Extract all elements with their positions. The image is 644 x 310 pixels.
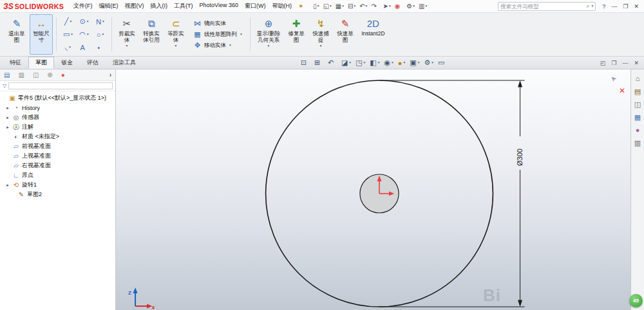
apply-scene-icon[interactable]: ▣ ▾ xyxy=(410,59,419,67)
redo-icon[interactable]: ↷ ▾ xyxy=(370,3,380,10)
undo-icon[interactable]: ↶ ▾ xyxy=(358,3,368,10)
spline-tool-icon[interactable]: N ▾ xyxy=(92,15,108,28)
display-delete-relations-button[interactable]: ⊕ 显示/删除 几何关系 ▾ xyxy=(254,14,283,55)
tree-item[interactable]: ▸ ✎ 草图2 xyxy=(0,190,115,199)
file-explorer-icon[interactable]: ◫ xyxy=(634,101,641,108)
dropdown-arrow-icon[interactable]: ▾ xyxy=(126,44,128,48)
featuremanager-tab-icon[interactable]: ▤ xyxy=(4,71,10,78)
pane-split-icon[interactable]: ◰ xyxy=(600,60,606,66)
resources-home-icon[interactable]: ⌂ xyxy=(636,75,640,82)
mirror-entities-button[interactable]: ⋈ 镜向实体 ▾ xyxy=(191,19,244,28)
display-style-icon[interactable]: ◧ ▾ xyxy=(370,59,379,67)
view-orientation-icon[interactable]: ◳ ▾ xyxy=(355,59,365,67)
exit-sketch-button[interactable]: ✎ 退出草 图 ▾ xyxy=(5,14,28,55)
pin-icon[interactable]: ✶ xyxy=(298,3,303,10)
displaymanager-tab-icon[interactable]: ● xyxy=(61,71,65,78)
graphics-area[interactable]: Ø300 Z X ➤ ✕ Bi xyxy=(116,69,630,310)
dropdown-arrow-icon[interactable]: ▾ xyxy=(240,33,242,37)
expand-arrow-icon[interactable]: ▸ xyxy=(5,183,10,188)
dropdown-arrow-icon[interactable]: ▾ xyxy=(320,44,322,48)
rectangle-tool-icon[interactable]: ▭ ▾ xyxy=(60,28,76,41)
commandmanager-tab[interactable]: 渲染工具 xyxy=(106,57,143,69)
line-tool-icon[interactable]: ╱ ▾ xyxy=(60,15,76,28)
move-entities-button[interactable]: ✥ 移动实体 ▾ xyxy=(191,41,244,50)
record-indicator-icon[interactable]: ◉ ▾ xyxy=(393,3,404,10)
floating-badge[interactable]: 45 xyxy=(629,294,643,307)
dropdown-arrow-icon[interactable]: ▾ xyxy=(268,44,270,48)
rapid-sketch-button[interactable]: ✎ 快速草 图 ▾ xyxy=(334,14,357,55)
search-input[interactable] xyxy=(500,3,585,10)
save-icon[interactable]: ▦ ▾ xyxy=(334,3,345,10)
panel-expand-chevron-icon[interactable]: › xyxy=(109,71,111,78)
ellipse-tool-icon[interactable]: ○ ▾ xyxy=(92,28,108,41)
pane-close-icon[interactable]: ✕ xyxy=(634,60,639,66)
dropdown-arrow-icon[interactable]: ▾ xyxy=(175,44,177,48)
help-icon[interactable]: ? xyxy=(602,3,605,10)
monitor-icon[interactable]: ▭ ▾ xyxy=(438,59,448,67)
view-palette-icon[interactable]: ▦ xyxy=(634,114,641,121)
commandmanager-tab[interactable]: 钣金 xyxy=(54,57,80,69)
quick-snaps-button[interactable]: ↯ 快速捕 捉 ▾ xyxy=(309,14,332,55)
dimxpert-tab-icon[interactable]: ⊕ xyxy=(47,71,52,78)
dimension-text[interactable]: Ø300 xyxy=(516,149,524,166)
confirmation-corner-cancel-icon[interactable]: ✕ xyxy=(619,86,625,95)
menu-item[interactable]: 文件(F) xyxy=(70,1,96,12)
trim-entities-button[interactable]: ✂ 剪裁实 体 ▾ xyxy=(115,14,138,55)
menu-item[interactable]: 帮助(H) xyxy=(269,1,295,12)
repair-sketch-button[interactable]: ✚ 修复草 图 ▾ xyxy=(285,14,308,55)
point-tool-icon[interactable]: • ▾ xyxy=(92,41,108,54)
tree-item[interactable]: ▸ ⟲ 旋转1 xyxy=(0,180,115,190)
featuremanager-filter-input[interactable] xyxy=(8,82,113,89)
open-document-icon[interactable]: ◱ ▾ xyxy=(322,3,333,10)
new-document-icon[interactable]: ▯ ▾ xyxy=(312,3,320,10)
view-settings-icon[interactable]: ⚙ ▾ xyxy=(424,59,433,67)
diameter-dimension[interactable]: Ø300 xyxy=(379,80,525,307)
tree-item[interactable]: ▸ ◔ History xyxy=(0,103,115,113)
search-dropdown-icon[interactable]: ▾ xyxy=(592,5,594,8)
expand-arrow-icon[interactable]: ▸ xyxy=(5,105,10,111)
commandmanager-tab[interactable]: 评估 xyxy=(80,57,106,69)
menu-item[interactable]: 工具(T) xyxy=(171,1,196,12)
display-settings-icon[interactable]: ▥ ▾ xyxy=(417,3,428,10)
configurationmanager-tab-icon[interactable]: ◫ xyxy=(33,71,39,78)
instant2d-button[interactable]: 2D Instant2D ▾ xyxy=(358,14,388,55)
dropdown-arrow-icon[interactable]: ▾ xyxy=(229,44,231,48)
zoom-fit-icon[interactable]: ⊡ ▾ xyxy=(301,59,310,67)
tree-item[interactable]: ▸ ▱ 上视基准面 xyxy=(0,151,115,161)
expand-arrow-icon[interactable]: ▸ xyxy=(5,115,10,120)
text-tool-icon[interactable]: A ▾ xyxy=(76,41,92,54)
minimize-icon[interactable]: — xyxy=(611,3,617,10)
pane-window-icon[interactable]: ❐ xyxy=(611,60,616,66)
section-view-icon[interactable]: ◪ ▾ xyxy=(341,59,351,67)
close-icon[interactable]: ✕ xyxy=(634,3,639,10)
circle-tool-icon[interactable]: ⊙ ▾ xyxy=(76,15,92,28)
offset-entities-button[interactable]: ⊂ 等距实 体 ▾ xyxy=(164,14,187,55)
tree-item[interactable]: ▸ ▱ 前视基准面 xyxy=(0,141,115,151)
appearances-icon[interactable]: ● xyxy=(636,127,640,134)
tree-item[interactable]: ▸ ◐ 材质 <未指定> xyxy=(0,132,115,141)
print-icon[interactable]: ⊟ ▾ xyxy=(346,3,357,10)
maximize-icon[interactable]: ❐ xyxy=(623,3,628,10)
select-icon[interactable]: ➤ ▾ xyxy=(382,3,392,10)
tree-item[interactable]: ▸ Ⓐ 注解 xyxy=(0,122,115,132)
menu-item[interactable]: 插入(I) xyxy=(147,1,171,12)
edit-appearance-icon[interactable]: ● ▾ xyxy=(398,59,405,67)
zoom-area-icon[interactable]: ⊞ ▾ xyxy=(314,59,323,67)
pane-minimize-icon[interactable]: — xyxy=(622,60,628,66)
tree-item[interactable]: ▸ ∟ 原点 xyxy=(0,170,115,180)
commandmanager-tab[interactable]: 特征 xyxy=(3,57,28,69)
tree-item[interactable]: ▸ ▣ 零件5 (默认<<默认>_显示状态 1>) xyxy=(0,93,115,103)
design-library-icon[interactable]: ▤ xyxy=(634,88,641,95)
expand-arrow-icon[interactable]: ▸ xyxy=(5,125,10,130)
hide-show-items-icon[interactable]: ◉ ▾ xyxy=(384,59,393,67)
options-gear-icon[interactable]: ⚙ ▾ xyxy=(405,3,416,10)
tree-item[interactable]: ▸ ▱ 右视基准面 xyxy=(0,161,115,170)
menu-item[interactable]: 窗口(W) xyxy=(242,1,269,12)
search-icon[interactable]: ⌕ xyxy=(587,3,590,10)
convert-entities-button[interactable]: ⧉ 转换实 体引用 ▾ xyxy=(140,14,163,55)
tree-item[interactable]: ▸ ◎ 传感器 xyxy=(0,113,115,122)
menu-item[interactable]: 视图(V) xyxy=(122,1,147,12)
custom-properties-icon[interactable]: ▥ xyxy=(634,140,641,147)
arc-tool-icon[interactable]: ◠ ▾ xyxy=(76,28,92,41)
linear-sketch-pattern-button[interactable]: ▦ 线性草图阵列 ▾ xyxy=(191,30,244,39)
